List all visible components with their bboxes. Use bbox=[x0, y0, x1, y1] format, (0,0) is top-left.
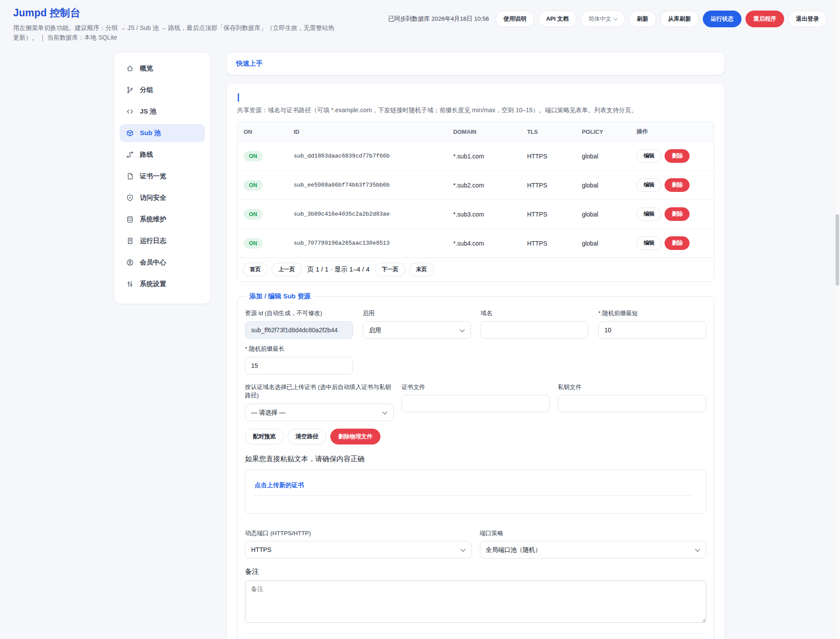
refresh-button[interactable]: 刷新 bbox=[629, 11, 656, 27]
row-id: sub_ee5988a66bf74bb3f735bb6b bbox=[288, 171, 447, 200]
shield-icon bbox=[126, 194, 134, 202]
delete-button[interactable]: 删除 bbox=[665, 178, 690, 192]
cert-select[interactable]: — 请选择 — bbox=[245, 404, 394, 421]
chevron-down-icon bbox=[614, 16, 618, 20]
key-file-field[interactable] bbox=[558, 395, 706, 412]
row-tls: HTTPS bbox=[521, 229, 576, 258]
sidebar-item-overview[interactable]: 概览 bbox=[120, 59, 205, 77]
col-on: ON bbox=[237, 122, 288, 142]
dyn-port-select[interactable]: HTTPS bbox=[245, 541, 472, 558]
col-actions: 操作 bbox=[630, 122, 714, 142]
row-domain: *.sub3.com bbox=[447, 200, 521, 229]
sidebar-item-groups[interactable]: 分组 bbox=[120, 81, 205, 99]
sliders-icon bbox=[126, 280, 134, 288]
topbar-left: Jumpd 控制台 用左侧菜单切换功能。建议顺序：分组 → JS / Sub 池… bbox=[13, 6, 340, 42]
status-badge: ON bbox=[244, 209, 263, 220]
upload-divider bbox=[255, 495, 692, 496]
user-circle-icon bbox=[126, 259, 134, 266]
row-domain: *.sub4.com bbox=[447, 229, 521, 258]
row-tls: HTTPS bbox=[521, 142, 576, 171]
prefix-max-field[interactable] bbox=[245, 357, 353, 375]
sidebar-item-run-logs[interactable]: 运行日志 bbox=[120, 232, 205, 250]
scrollbar-thumb[interactable] bbox=[836, 214, 839, 286]
row-policy: global bbox=[576, 200, 631, 229]
remark-textarea[interactable] bbox=[245, 580, 706, 623]
clear-path-button[interactable]: 清空路径 bbox=[288, 429, 326, 444]
enabled-label: 启用 bbox=[363, 309, 471, 318]
sidebar-item-certificates[interactable]: 证书一览 bbox=[120, 167, 205, 185]
form-divider bbox=[245, 633, 706, 634]
edit-button[interactable]: 编辑 bbox=[636, 149, 661, 163]
run-status-button[interactable]: 运行状态 bbox=[703, 11, 741, 27]
sidebar-item-label: 运行日志 bbox=[140, 237, 166, 245]
row-policy: global bbox=[576, 229, 631, 258]
sidebar-item-member-center[interactable]: 会员中心 bbox=[120, 253, 205, 272]
branch-icon bbox=[126, 86, 134, 94]
prev-page-button[interactable]: 上一页 bbox=[271, 263, 302, 276]
col-id: ID bbox=[288, 122, 447, 142]
sub-resource-form: 添加 / 编辑 Sub 资源 资源 id (自动生成，不可修改) 启用 启用 域… bbox=[237, 292, 714, 639]
sidebar-item-label: JS 池 bbox=[140, 107, 157, 116]
upload-cert-link[interactable]: 点击上传新的证书 bbox=[255, 481, 304, 489]
row-domain: *.sub1.com bbox=[447, 142, 521, 171]
edit-button[interactable]: 编辑 bbox=[636, 178, 661, 192]
domain-field[interactable] bbox=[481, 321, 589, 339]
page-info: 页 1 / 1 · 显示 1–4 / 4 bbox=[307, 265, 370, 274]
refresh-from-db-button[interactable]: 从库刷新 bbox=[660, 11, 699, 27]
sidebar-item-label: 路线 bbox=[140, 151, 153, 159]
database-icon bbox=[126, 216, 134, 223]
certificate-icon bbox=[126, 173, 134, 180]
edit-button[interactable]: 编辑 bbox=[636, 207, 661, 221]
topbar: Jumpd 控制台 用左侧菜单切换功能。建议顺序：分组 → JS / Sub 池… bbox=[0, 0, 840, 47]
row-domain: *.sub2.com bbox=[447, 171, 521, 200]
sidebar-item-label: 概览 bbox=[140, 64, 153, 73]
resource-id-field bbox=[245, 321, 353, 339]
sidebar-item-label: 系统维护 bbox=[140, 215, 166, 224]
dyn-port-label: 动态端口 (HTTPS/HTTP) bbox=[245, 529, 472, 538]
pair-preview-button[interactable]: 配对预览 bbox=[245, 429, 284, 444]
section-title-bar: | bbox=[237, 92, 714, 102]
sidebar-item-maintenance[interactable]: 系统维护 bbox=[120, 210, 205, 228]
status-badge: ON bbox=[244, 180, 263, 191]
delete-physical-files-button[interactable]: 删除物理文件 bbox=[330, 429, 380, 444]
delete-button[interactable]: 删除 bbox=[665, 236, 690, 250]
row-tls: HTTPS bbox=[521, 200, 576, 229]
sidebar-item-js-pool[interactable]: JS 池 bbox=[120, 103, 205, 121]
help-button[interactable]: 使用说明 bbox=[496, 11, 534, 27]
language-label: 简体中文 bbox=[588, 15, 611, 23]
enabled-select[interactable]: 启用 bbox=[363, 321, 471, 339]
sidebar-item-access-security[interactable]: 访问安全 bbox=[120, 189, 205, 207]
sidebar-item-label: Sub 池 bbox=[140, 129, 161, 137]
package-icon bbox=[126, 129, 134, 137]
prefix-min-field[interactable] bbox=[598, 321, 706, 339]
cert-file-field[interactable] bbox=[402, 395, 550, 412]
api-docs-button[interactable]: API 文档 bbox=[538, 11, 577, 27]
vertical-scrollbar[interactable] bbox=[835, 0, 840, 639]
logout-button[interactable]: 退出登录 bbox=[788, 11, 827, 27]
col-domain: DOMAIN bbox=[447, 122, 521, 142]
certificate-upload-area[interactable]: 点击上传新的证书 bbox=[245, 470, 706, 514]
delete-button[interactable]: 删除 bbox=[665, 149, 690, 163]
row-tls: HTTPS bbox=[521, 171, 576, 200]
quick-start-link[interactable]: 快速上手 bbox=[226, 52, 725, 75]
restart-button[interactable]: 重启程序 bbox=[745, 11, 784, 27]
first-page-button[interactable]: 首页 bbox=[243, 263, 268, 276]
sync-status: 已同步到数据库 2026年4月16日 10:56 bbox=[388, 15, 489, 23]
domain-label: 域名 bbox=[481, 309, 589, 318]
status-badge: ON bbox=[244, 238, 263, 249]
cert-file-label: 证书文件 bbox=[402, 383, 550, 392]
language-select[interactable]: 简体中文 bbox=[581, 11, 625, 27]
prefix-min-label: *.随机前缀最短 bbox=[598, 309, 706, 318]
port-policy-select[interactable]: 全局端口池（随机） bbox=[480, 541, 707, 558]
sidebar-item-routes[interactable]: 路线 bbox=[120, 146, 205, 164]
delete-button[interactable]: 删除 bbox=[665, 207, 690, 221]
sidebar-item-sub-pool[interactable]: Sub 池 bbox=[120, 124, 205, 142]
edit-button[interactable]: 编辑 bbox=[636, 236, 661, 250]
sidebar-item-system-settings[interactable]: 系统设置 bbox=[120, 275, 205, 293]
last-page-button[interactable]: 末页 bbox=[409, 263, 434, 276]
table-row: ON sub_ee5988a66bf74bb3f735bb6b *.sub2.c… bbox=[237, 171, 714, 200]
next-page-button[interactable]: 下一页 bbox=[375, 263, 405, 276]
status-badge: ON bbox=[244, 151, 263, 162]
row-id: sub_dd1803daac6839cd77b7f66b bbox=[288, 142, 447, 171]
log-icon bbox=[126, 237, 134, 245]
